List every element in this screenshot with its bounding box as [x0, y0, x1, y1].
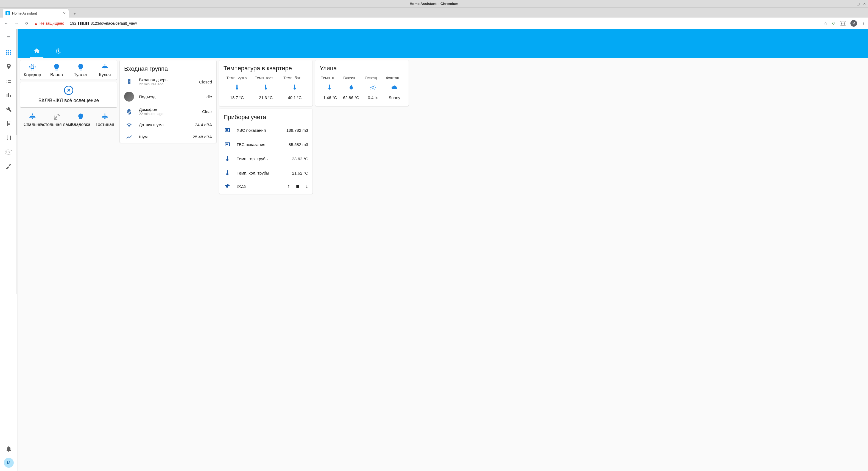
person-pin-icon	[5, 63, 12, 70]
glance-item-3[interactable]: Фонтан… Sunny	[383, 76, 405, 100]
sidebar-item-esphome[interactable]: ESP	[2, 146, 16, 159]
bookmark-star-icon[interactable]: ☆	[824, 21, 827, 26]
shield-icon[interactable]: 🛡	[832, 21, 836, 26]
meter-name: ХВС показания	[237, 128, 266, 132]
counter-icon	[224, 127, 231, 133]
thermo-icon	[234, 84, 240, 91]
door-icon	[126, 78, 132, 85]
desk-icon	[53, 113, 61, 121]
chrome-menu-button[interactable]: ⋮	[861, 21, 865, 26]
glance-item-2[interactable]: Освещ… 0.4 lx	[362, 76, 383, 100]
sidebar-scrollbar[interactable]	[16, 29, 17, 294]
media-stop-button[interactable]: ■	[296, 183, 299, 189]
glance-item-1[interactable]: Темп. гост… 21.3 °C	[251, 76, 280, 100]
media-up-button[interactable]: ↑	[287, 183, 290, 189]
media-down-button[interactable]: ↓	[305, 183, 308, 189]
entrance-item-0[interactable]: Входная дверь 22 minutes ago Closed	[120, 75, 216, 89]
entrance-item-1[interactable]: Подъезд Idle	[120, 89, 216, 104]
glance-label: Темп. кухня	[226, 76, 247, 80]
nav-forward-button[interactable]: →	[13, 20, 20, 27]
meters-media-row: Вода ↑ ■ ↓	[219, 180, 312, 194]
glance-item-0[interactable]: Темп. кухня 18.7 °C	[222, 76, 251, 100]
light-toggle-3[interactable]: Кухня	[93, 60, 117, 80]
view-tab-home[interactable]	[30, 44, 43, 58]
os-minimize-button[interactable]: —	[850, 2, 854, 6]
sidebar-item-logbook[interactable]	[2, 74, 16, 87]
glance-label: Фонтан…	[386, 76, 403, 80]
sidebar-notifications[interactable]	[2, 442, 16, 456]
history-icon	[55, 48, 62, 54]
sidebar-item-history[interactable]	[2, 88, 16, 101]
profile-avatar-button[interactable]: M	[850, 20, 857, 27]
entrance-item-4[interactable]: Шум 25.48 dBA	[120, 131, 216, 143]
thermo-icon	[224, 169, 231, 176]
wrench-icon	[5, 106, 12, 113]
sidebar-item-overview[interactable]	[2, 45, 16, 59]
faucet-icon	[223, 183, 231, 189]
nav-back-button[interactable]: ←	[3, 20, 9, 27]
extension-icon[interactable]: {=}	[840, 21, 846, 26]
glance-item-0[interactable]: Темп. н… -1.46 °C	[318, 76, 340, 100]
entrance-title: Входная группа	[120, 60, 216, 75]
thermo-icon	[224, 155, 231, 162]
sidebar-item-hammer[interactable]	[2, 160, 16, 173]
light-label: Кухня	[99, 72, 111, 77]
meter-row-3[interactable]: Темп. хол. трубы 21.62 °C	[219, 166, 312, 180]
entity-name: Входная дверь	[139, 77, 167, 82]
sidebar-menu-button[interactable]: ☰	[2, 31, 16, 44]
light-toggle-3[interactable]: Гостиная	[93, 110, 117, 129]
entity-value: 24.4 dBA	[195, 122, 212, 127]
close-circle-icon: ✕	[64, 86, 73, 95]
glance-value: 0.4 lx	[368, 95, 378, 100]
app-shell: ☰ ESP M	[0, 29, 868, 471]
sidebar-item-map[interactable]	[2, 60, 16, 73]
glance-label: Темп. гост…	[255, 76, 277, 80]
view-tab-history[interactable]	[52, 44, 65, 58]
address-bar[interactable]: ▲ Не защищено 192.▮▮▮.▮▮:8123/lovelace/d…	[34, 21, 820, 26]
sidebar-user-avatar[interactable]: M	[4, 458, 14, 468]
nav-reload-button[interactable]: ⟳	[24, 20, 30, 27]
not-secure-warning: ▲ Не защищено	[34, 21, 64, 26]
light-toggle-2[interactable]: Туалет	[69, 60, 93, 80]
light-toggle-1[interactable]: Ванна	[44, 60, 69, 80]
cloud-icon	[391, 84, 398, 91]
light-toggle-1[interactable]: Настольная лампа	[44, 110, 69, 129]
os-maximize-button[interactable]: ▢	[857, 2, 860, 6]
lovelace-header: ⋮	[18, 29, 868, 58]
header-menu-button[interactable]: ⋮	[856, 32, 864, 41]
light-label: Гостиная	[96, 122, 114, 127]
chart-icon	[126, 133, 132, 140]
favicon-icon	[5, 11, 10, 15]
apartment-temp-title: Температура в квартире	[222, 65, 309, 72]
sidebar-item-file-editor[interactable]	[2, 117, 16, 130]
tab-close-button[interactable]: ✕	[63, 11, 66, 15]
new-tab-button[interactable]: ＋	[71, 10, 79, 18]
meter-row-0[interactable]: ХВС показания 139.782 m3	[219, 123, 312, 137]
card-street: Улица Темп. н… -1.46 °C Влажн… 62.86 °C …	[315, 60, 409, 106]
sidebar-item-devtools[interactable]	[2, 103, 16, 116]
card-all-lights-toggle[interactable]: ✕ ВКЛ/ВЫКЛ всё освещение	[20, 82, 117, 107]
dashboard-icon	[5, 49, 12, 56]
entity-value: 25.48 dBA	[193, 134, 212, 139]
entity-name: Подъезд	[139, 94, 155, 99]
os-close-button[interactable]: ✕	[863, 2, 866, 6]
glance-item-2[interactable]: Темп. бат. … 40.1 °C	[280, 76, 309, 100]
sidebar-item-brackets[interactable]	[2, 131, 16, 145]
glance-item-1[interactable]: Влажн… 62.86 °C	[340, 76, 362, 100]
card-lights-row1: Коридор Ванна Туалет Кухня	[20, 60, 117, 80]
entrance-item-2[interactable]: Домофон 22 minutes ago Clear	[120, 104, 216, 119]
meter-value: 23.62 °C	[292, 156, 308, 161]
meter-name: Темп. гор. трубы	[237, 156, 269, 161]
file-icon	[5, 120, 12, 127]
light-toggle-0[interactable]: Коридор	[20, 60, 44, 80]
browser-tab-active[interactable]: Home Assistant ✕	[3, 9, 69, 18]
entrance-item-3[interactable]: Датчик шума 24.4 dBA	[120, 119, 216, 131]
view-tabs	[18, 44, 868, 58]
meter-row-2[interactable]: Темп. гор. трубы 23.62 °C	[219, 152, 312, 166]
glance-value: -1.46 °C	[322, 95, 337, 100]
entity-value: Clear	[202, 109, 212, 114]
bell-icon	[5, 446, 12, 452]
os-titlebar: Home Assistant – Chromium — ▢ ✕	[0, 0, 868, 8]
light-toggle-2[interactable]: Кладовка	[69, 110, 93, 129]
meter-row-1[interactable]: ГВС показания 85.582 m3	[219, 137, 312, 152]
